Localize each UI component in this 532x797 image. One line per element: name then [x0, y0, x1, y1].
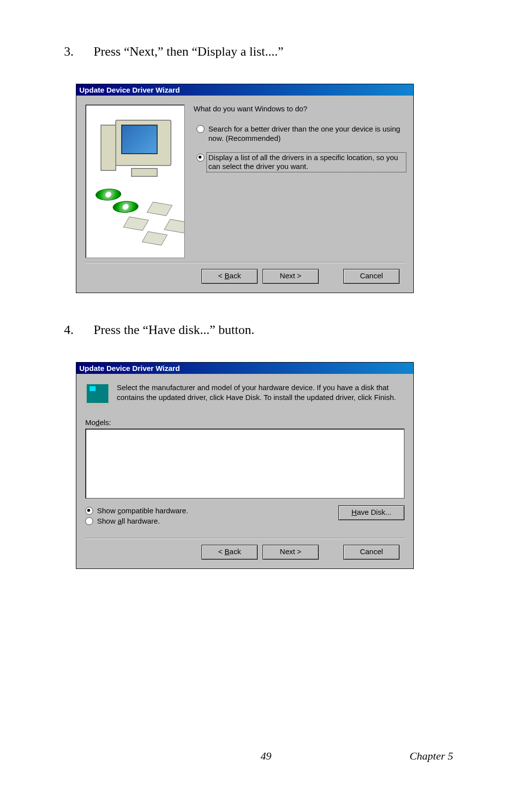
have-disk-button[interactable]: Have Disk...: [338, 505, 404, 520]
cancel-button[interactable]: Cancel: [343, 545, 399, 560]
cancel-button[interactable]: Cancel: [343, 269, 399, 284]
dialog-driver-wizard-1: Update Device Driver Wizard What do you …: [76, 84, 414, 293]
next-button[interactable]: Next >: [263, 269, 319, 284]
radio-show-all[interactable]: Show all hardware.: [85, 516, 338, 526]
titlebar-2: Update Device Driver Wizard: [76, 363, 413, 374]
prompt-text: What do you want Windows to do?: [194, 104, 404, 113]
step-4: 4. Press the “Have disk...” button.: [64, 323, 468, 337]
separator: [85, 538, 404, 539]
radio-icon: [85, 517, 93, 525]
dialog2-description: Select the manufacturer and model of you…: [117, 383, 404, 404]
models-label: Models:: [85, 418, 404, 427]
radio-display-list[interactable]: Display a list of all the drivers in a s…: [194, 153, 404, 172]
wizard-graphic-icon: [85, 104, 185, 258]
radio-label-search: Search for a better driver than the one …: [208, 125, 404, 143]
step-4-number: 4.: [64, 323, 94, 337]
step-4-text: Press the “Have disk...” button.: [94, 323, 254, 337]
show-all-label: Show all hardware.: [97, 517, 160, 525]
step-3-number: 3.: [64, 44, 94, 59]
page-footer: 49 Chapter 5: [0, 750, 532, 763]
chapter-label: Chapter 5: [409, 750, 453, 763]
dialog-driver-wizard-2: Update Device Driver Wizard Select the m…: [76, 362, 414, 569]
next-button[interactable]: Next >: [263, 545, 319, 560]
back-button[interactable]: < Back: [201, 269, 258, 284]
back-button[interactable]: < Back: [201, 545, 258, 560]
show-compatible-label: Show compatible hardware.: [97, 506, 188, 515]
radio-label-display-list: Display a list of all the drivers in a s…: [206, 152, 406, 173]
radio-icon: [85, 507, 93, 515]
radio-icon: [197, 125, 204, 133]
models-listbox[interactable]: [85, 429, 404, 498]
radio-show-compatible[interactable]: Show compatible hardware.: [85, 505, 338, 516]
titlebar-1: Update Device Driver Wizard: [76, 84, 413, 96]
step-3: 3. Press “Next,” then “Display a list...…: [64, 44, 468, 59]
radio-icon: [197, 154, 204, 162]
radio-search-better-driver[interactable]: Search for a better driver than the one …: [194, 125, 404, 143]
separator: [85, 262, 404, 263]
step-3-text: Press “Next,” then “Display a list....”: [94, 44, 284, 59]
monitor-icon: [85, 383, 110, 404]
page-number: 49: [261, 750, 271, 763]
